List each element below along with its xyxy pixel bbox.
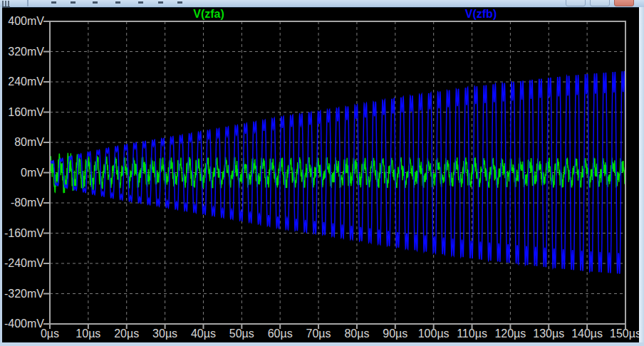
x-tick-label: 150µs	[603, 327, 644, 340]
toolbar-icons-clipped	[0, 0, 299, 7]
close-button[interactable]	[614, 0, 634, 6]
grid-icon	[2, 1, 10, 8]
waveform-viewer-window: V(zfa)V(zfb) 400mV320mV240mV160mV80mV0mV…	[0, 0, 644, 346]
y-tick-label: 240mV	[0, 75, 44, 88]
toolbar-separator	[27, 0, 28, 6]
y-tick-label: 160mV	[0, 106, 44, 118]
legend-item-vzfa[interactable]: V(zfa)	[193, 8, 224, 21]
y-tick-label: -80mV	[0, 196, 44, 209]
y-tick-label: -320mV	[0, 288, 44, 300]
window-border-bottom	[0, 342, 644, 346]
maximize-button[interactable]	[590, 0, 610, 6]
y-tick-label: 320mV	[0, 46, 44, 58]
window-titlebar-clipped	[0, 0, 644, 8]
y-tick-label: 0mV	[0, 167, 44, 179]
waveform-plot[interactable]	[0, 0, 644, 346]
legend-item-vzfb[interactable]: V(zfb)	[465, 8, 497, 21]
toolbar-icon-fragment	[71, 1, 76, 4]
y-tick-label: 400mV	[0, 15, 44, 27]
toolbar-icon-fragment	[177, 1, 182, 4]
y-tick-label: -240mV	[0, 257, 44, 269]
toolbar-icon-fragment	[51, 1, 56, 4]
window-border-right[interactable]	[639, 7, 644, 342]
toolbar-icon-fragment	[93, 1, 98, 4]
toolbar-icon-fragment	[115, 1, 120, 4]
window-border-left	[0, 7, 2, 342]
y-tick-label: 80mV	[0, 136, 44, 148]
minimize-button[interactable]	[566, 0, 586, 6]
window-controls	[566, 0, 634, 6]
y-tick-label: -160mV	[0, 227, 44, 239]
toolbar-icon-fragment	[158, 1, 163, 4]
toolbar-icon-fragment	[138, 1, 143, 4]
